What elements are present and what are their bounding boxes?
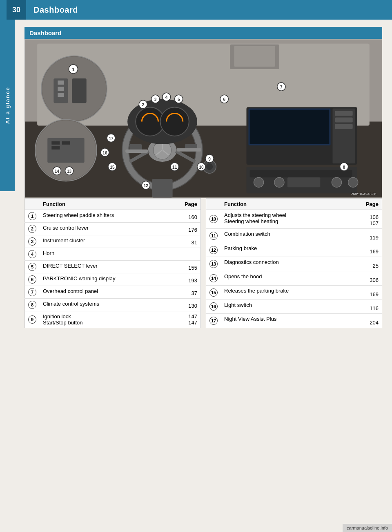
table-row: 1Steering wheel paddle shifters160	[25, 210, 201, 223]
row-num: 10	[206, 210, 221, 229]
svg-text:4: 4	[165, 95, 168, 100]
svg-text:9: 9	[208, 157, 211, 161]
row-page: 176	[169, 223, 201, 235]
row-num: 15	[206, 285, 221, 300]
table-row: 3Instrument cluster31	[25, 235, 201, 248]
dashboard-svg: 1 14 13	[25, 39, 382, 198]
svg-rect-5	[234, 46, 275, 67]
row-function: Diagnostics connection	[221, 257, 347, 271]
svg-rect-41	[177, 148, 201, 152]
row-num: 7	[25, 286, 40, 299]
row-page: 130	[169, 299, 201, 311]
svg-rect-47	[250, 110, 330, 144]
row-function: Night View Assist Plus	[221, 314, 347, 328]
svg-rect-20	[62, 141, 70, 145]
sidebar: At a glance	[0, 20, 15, 191]
left-col-page-header: Page	[169, 199, 201, 210]
svg-text:13: 13	[67, 169, 72, 174]
svg-rect-19	[51, 146, 60, 150]
row-page: 106107	[347, 210, 382, 229]
svg-point-58	[348, 177, 358, 187]
table-row: 13Diagnostics connection25	[206, 257, 382, 271]
svg-rect-51	[335, 124, 352, 129]
svg-text:3: 3	[154, 97, 157, 102]
svg-rect-11	[58, 93, 64, 97]
page: 30 Dashboard At a glance Dashboard	[0, 0, 392, 532]
svg-rect-49	[335, 111, 352, 116]
row-page: 306	[347, 271, 382, 286]
section-title: Dashboard	[24, 27, 382, 39]
svg-text:10: 10	[199, 165, 204, 170]
row-num: 17	[206, 314, 221, 328]
row-function: Adjusts the steering wheelSteering wheel…	[221, 210, 347, 229]
row-function: Combination switch	[221, 228, 347, 243]
svg-text:P68:10-4243-31: P68:10-4243-31	[350, 192, 377, 196]
svg-rect-18	[51, 141, 60, 145]
left-function-table: Function Page 1Steering wheel paddle shi…	[24, 198, 201, 328]
row-num: 13	[206, 257, 221, 271]
svg-text:1: 1	[72, 67, 74, 72]
row-num: 14	[206, 271, 221, 286]
table-row: 16Light switch116	[206, 300, 382, 314]
svg-rect-12	[72, 78, 87, 103]
svg-point-55	[274, 177, 284, 187]
svg-text:12: 12	[144, 183, 149, 188]
svg-rect-10	[58, 87, 64, 91]
row-function: Opens the hood	[221, 271, 347, 286]
right-function-table: Function Page 10Adjusts the steering whe…	[206, 198, 382, 328]
row-page: 169	[347, 285, 382, 300]
table-row: 11Combination switch119	[206, 228, 382, 243]
row-num: 8	[25, 299, 40, 311]
table-row: 12Parking brake169	[206, 243, 382, 257]
row-page: 25	[347, 257, 382, 271]
svg-text:5: 5	[178, 97, 180, 102]
row-page: 116	[347, 300, 382, 314]
row-function: Cruise control lever	[40, 223, 169, 235]
svg-point-54	[254, 177, 264, 187]
row-function: Horn	[40, 248, 169, 261]
table-row: 15Releases the parking brake169	[206, 285, 382, 300]
svg-point-57	[332, 177, 341, 187]
right-col-function-header: Function	[221, 199, 347, 210]
row-function: Parking brake	[221, 243, 347, 257]
right-col-num-header	[206, 199, 221, 210]
svg-point-44	[206, 163, 213, 170]
table-row: 7Overhead control panel37	[25, 286, 201, 299]
table-row: 5DIRECT SELECT lever155	[25, 261, 201, 273]
row-function: PARKTRONIC warning display	[40, 273, 169, 286]
row-num: 11	[206, 228, 221, 243]
row-num: 12	[206, 243, 221, 257]
table-row: 14Opens the hood306	[206, 271, 382, 286]
row-page: 169	[347, 243, 382, 257]
row-num: 5	[25, 261, 40, 273]
row-function: Releases the parking brake	[221, 285, 347, 300]
row-page: 204	[347, 314, 382, 328]
row-function: Ignition lockStart/Stop button	[40, 311, 169, 328]
row-num: 1	[25, 210, 40, 223]
left-col-num-header	[25, 199, 40, 210]
svg-text:14: 14	[55, 169, 60, 174]
row-page: 193	[169, 273, 201, 286]
main-content: Dashboard	[15, 20, 392, 335]
svg-text:11: 11	[172, 165, 177, 170]
row-page	[169, 248, 201, 261]
row-function: Steering wheel paddle shifters	[40, 210, 169, 223]
table-row: 8Climate control systems130	[25, 299, 201, 311]
dashboard-image: 1 14 13	[24, 39, 382, 198]
svg-text:7: 7	[280, 85, 283, 89]
header-bar: 30 Dashboard	[0, 0, 392, 20]
table-row: 6PARKTRONIC warning display193	[25, 273, 201, 286]
watermark: carmanualsoline.info	[343, 524, 392, 532]
table-row: 9Ignition lockStart/Stop button147147	[25, 311, 201, 328]
row-function: DIRECT SELECT lever	[40, 261, 169, 273]
sidebar-label: At a glance	[4, 87, 11, 124]
svg-rect-56	[287, 177, 320, 187]
row-page: 37	[169, 286, 201, 299]
svg-rect-50	[335, 117, 352, 122]
left-col-function-header: Function	[40, 199, 169, 210]
row-function: Light switch	[221, 300, 347, 314]
svg-text:6: 6	[223, 97, 225, 102]
svg-text:8: 8	[343, 165, 345, 170]
svg-text:16: 16	[102, 151, 107, 155]
svg-rect-53	[250, 170, 352, 177]
